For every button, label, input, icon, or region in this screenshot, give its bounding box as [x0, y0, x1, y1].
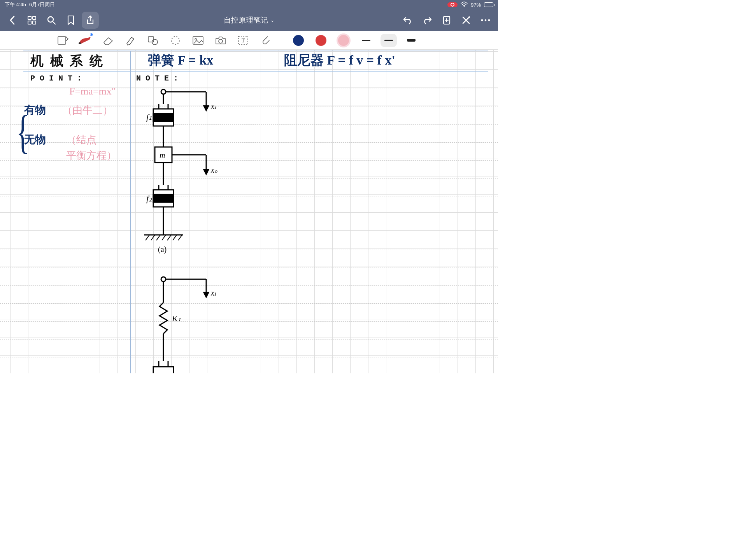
diagram-a: f₁ m f₂ xᵢ xₒ (a) — [136, 89, 230, 264]
svg-point-49 — [161, 277, 166, 282]
ipad-status-bar: 下午 4:45 6月7日周日 97% — [0, 0, 498, 9]
svg-line-46 — [167, 235, 171, 240]
dia-b-xi: xᵢ — [210, 289, 216, 297]
stroke-thick[interactable] — [403, 34, 419, 47]
svg-line-48 — [178, 235, 182, 240]
status-time: 下午 4:45 — [5, 1, 26, 8]
no-mass: 无物 — [24, 132, 46, 147]
read-mode-tool[interactable] — [54, 32, 71, 49]
svg-point-17 — [195, 38, 196, 40]
status-date: 6月7日周日 — [29, 1, 55, 8]
svg-line-47 — [173, 235, 177, 240]
svg-rect-3 — [28, 21, 31, 24]
svg-line-42 — [146, 235, 149, 240]
no-mass-hint2: 平衡方程） — [66, 149, 117, 162]
note-heading: NOTE: — [136, 74, 183, 83]
bookmark-button[interactable] — [62, 12, 79, 29]
svg-rect-2 — [33, 16, 36, 19]
dia-a-caption: (a) — [158, 245, 167, 254]
wifi-icon — [461, 2, 468, 8]
svg-point-8 — [481, 19, 483, 21]
dia-a-f2: f₂ — [146, 194, 153, 203]
svg-rect-39 — [153, 194, 174, 202]
svg-line-43 — [151, 235, 155, 240]
svg-point-7 — [468, 16, 470, 18]
point-heading: POINT: — [30, 74, 86, 83]
back-button[interactable] — [4, 12, 21, 29]
dia-a-xo: xₒ — [210, 166, 218, 174]
svg-marker-35 — [204, 170, 209, 174]
undo-button[interactable] — [399, 12, 416, 29]
svg-marker-30 — [204, 106, 209, 110]
formula-damper: 阻尼器 F = f v = f x' — [284, 51, 395, 69]
document-title-text: 自控原理笔记 — [224, 15, 268, 25]
lasso-tool[interactable] — [167, 32, 184, 49]
dia-a-xi: xᵢ — [210, 102, 216, 110]
svg-point-18 — [219, 39, 223, 43]
stroke-thin[interactable] — [358, 34, 374, 47]
share-button[interactable] — [82, 12, 99, 29]
svg-marker-57 — [204, 292, 209, 297]
newton-formula: F=ma=mx″ — [69, 86, 116, 97]
eraser-tool[interactable] — [100, 32, 116, 49]
svg-rect-13 — [148, 37, 154, 42]
svg-rect-4 — [33, 21, 36, 24]
dia-a-f1: f₁ — [146, 112, 152, 122]
add-page-button[interactable] — [438, 12, 455, 29]
highlighter-tool[interactable] — [122, 32, 139, 49]
close-edit-button[interactable] — [458, 12, 475, 29]
formula-spring: 弹簧 F = kx — [148, 51, 213, 69]
svg-point-10 — [488, 19, 490, 21]
column-divider — [130, 51, 131, 373]
svg-rect-1 — [28, 16, 31, 19]
battery-percent: 97% — [471, 2, 481, 8]
svg-point-15 — [172, 37, 179, 44]
text-tool[interactable]: T — [235, 32, 251, 49]
svg-point-21 — [161, 89, 166, 94]
four-page-view-button[interactable] — [23, 12, 40, 29]
camera-tool[interactable] — [212, 32, 229, 49]
image-tool[interactable] — [190, 32, 206, 49]
title-bottom-rule — [23, 71, 488, 72]
color-pink-selected[interactable] — [335, 32, 352, 49]
bluetooth-icon: ✱ — [90, 32, 93, 37]
dia-a-m: m — [160, 151, 165, 159]
battery-icon — [484, 2, 493, 7]
shape-tool[interactable] — [145, 32, 161, 49]
redo-button[interactable] — [419, 12, 436, 29]
color-red[interactable] — [313, 32, 329, 49]
editor-toolbar: ✱ T — [0, 31, 498, 50]
pen-tool[interactable]: ✱ — [77, 32, 93, 49]
svg-point-0 — [464, 6, 465, 7]
attachment-tool[interactable] — [258, 32, 274, 49]
color-navy[interactable] — [290, 32, 307, 49]
no-mass-hint1: （结点 — [66, 133, 96, 147]
svg-rect-11 — [58, 37, 66, 44]
note-canvas[interactable]: 机 械 系 统 弹簧 F = kx 阻尼器 F = f v = f x' POI… — [0, 50, 498, 373]
document-title[interactable]: 自控原理笔记 ⌄ — [224, 15, 274, 25]
app-nav-bar: 自控原理笔记 ⌄ — [0, 9, 498, 31]
svg-point-9 — [485, 19, 487, 21]
title-top-rule — [23, 51, 488, 51]
diagram-b: K₁ xᵢ — [136, 275, 230, 373]
svg-point-5 — [48, 17, 53, 22]
section-title: 机 械 系 统 — [30, 52, 104, 70]
svg-line-44 — [156, 235, 160, 240]
svg-rect-54 — [153, 367, 174, 373]
more-button[interactable] — [477, 12, 494, 29]
dia-b-k1: K₁ — [172, 313, 181, 323]
svg-line-45 — [162, 235, 166, 240]
chevron-down-icon: ⌄ — [270, 18, 274, 23]
has-mass: 有物 — [24, 103, 46, 117]
search-button[interactable] — [43, 12, 60, 29]
svg-rect-26 — [153, 114, 174, 121]
grid-background — [0, 50, 498, 373]
has-mass-hint: （由牛二） — [62, 103, 113, 117]
stroke-medium-selected[interactable] — [381, 34, 397, 47]
screen-record-indicator[interactable] — [447, 2, 458, 7]
svg-text:T: T — [242, 38, 245, 44]
svg-point-12 — [79, 42, 81, 44]
